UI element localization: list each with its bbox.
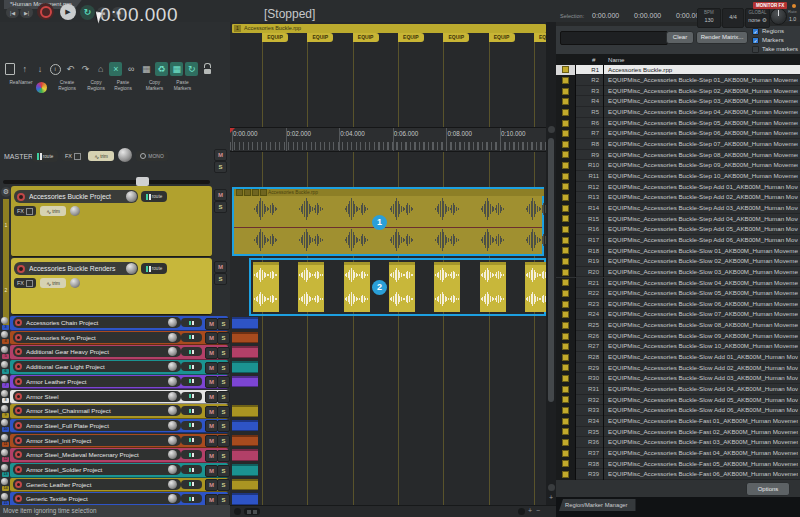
trim-envelope-button[interactable]: ∿trim	[40, 278, 66, 288]
region-row[interactable]: R1Accessories Buckle.rpp	[556, 65, 800, 76]
split-icon[interactable]: ×	[109, 62, 122, 76]
record-arm-button[interactable]	[15, 393, 22, 400]
track-name-pill[interactable]: Armor Steel_Init Project	[13, 435, 181, 446]
region-row[interactable]: R35EQUIPMisc_Accessories Buckle-Fast 02_…	[556, 427, 800, 438]
solo-button[interactable]: S	[217, 318, 230, 330]
region-bar[interactable]: 1Accessories Buckle.rpp	[232, 24, 546, 33]
track-row[interactable]: 6Additional Gear Light ProjectMS	[0, 360, 230, 375]
gear-icon[interactable]	[1, 449, 8, 456]
scrollbar-thumb[interactable]	[548, 138, 554, 402]
grid-icon[interactable]: ▦	[140, 62, 153, 76]
route-button[interactable]: route	[141, 191, 167, 202]
track-name-pill[interactable]: Armor Steel_Soldier Project	[13, 464, 181, 475]
gear-icon[interactable]	[1, 361, 8, 368]
region-row[interactable]: R7EQUIPMisc_Accessories Buckle-Step 06_A…	[556, 128, 800, 139]
zoom-out-button[interactable]: −	[536, 507, 540, 514]
solo-button[interactable]: S	[217, 332, 230, 344]
route-button[interactable]: route	[32, 150, 58, 162]
record-arm-button[interactable]	[17, 265, 25, 273]
transport-time-display[interactable]: 0:00.000	[100, 4, 178, 26]
region-color-swatch[interactable]	[562, 375, 569, 382]
region-color-swatch[interactable]	[562, 205, 569, 212]
arrange-view[interactable]: 1Accessories Buckle.rppEQUIPEQUIPEQUIPEQ…	[230, 22, 556, 517]
playrate-knob[interactable]	[770, 8, 787, 25]
fx-button[interactable]: FX	[14, 278, 36, 288]
region-color-swatch[interactable]	[562, 258, 569, 265]
column-name[interactable]: Name	[608, 56, 625, 63]
region-color-swatch[interactable]	[562, 311, 569, 318]
column-id[interactable]: #	[592, 56, 595, 63]
region-color-swatch[interactable]	[562, 269, 569, 276]
region-color-swatch[interactable]	[562, 407, 569, 414]
toolbar-label-reanamer[interactable]: ReaNamer	[5, 80, 37, 86]
loop-icon[interactable]: ↻	[185, 62, 198, 76]
region-row[interactable]: R34EQUIPMisc_Accessories Buckle-Fast 01_…	[556, 416, 800, 427]
record-arm-button[interactable]	[15, 466, 22, 473]
region-color-swatch[interactable]	[562, 279, 569, 286]
region-row[interactable]: R17EQUIPMisc_Accessories Buckle-Step Add…	[556, 235, 800, 246]
trim-envelope-button[interactable]: ∿trim	[40, 206, 66, 216]
track-row[interactable]: 13Armor Steel_Soldier ProjectMS	[0, 463, 230, 478]
region-color-swatch[interactable]	[562, 151, 569, 158]
checkbox-markers[interactable]: ✓	[752, 37, 759, 44]
record-arm-button[interactable]	[15, 422, 22, 429]
route-button[interactable]	[181, 333, 202, 342]
media-item[interactable]	[232, 435, 258, 447]
paste-markers-grid-icon[interactable]: ▦	[170, 62, 183, 76]
region-color-swatch[interactable]	[562, 450, 569, 457]
record-arm-button[interactable]	[15, 481, 22, 488]
copy-markers-grid-icon[interactable]: ♻	[155, 62, 168, 76]
render-matrix-button[interactable]: Render Matrix...	[696, 31, 748, 44]
media-item[interactable]	[232, 332, 258, 344]
track-row[interactable]: 14Generic Leather ProjectMS	[0, 477, 230, 492]
zoom-in-button[interactable]: +	[528, 507, 532, 514]
record-arm-button[interactable]	[15, 348, 22, 355]
gear-icon[interactable]	[1, 390, 8, 397]
gear-icon[interactable]	[1, 317, 8, 324]
region-row[interactable]: R32EQUIPMisc_Accessories Buckle-Slow Add…	[556, 395, 800, 406]
region-row[interactable]: R13EQUIPMisc_Accessories Buckle-Step Add…	[556, 192, 800, 203]
track-panel[interactable]: Accessories Buckle ProjectrouteFX∿trim	[11, 186, 212, 257]
pan-knob[interactable]	[118, 148, 132, 162]
region-color-swatch[interactable]	[562, 141, 569, 148]
marker-flag[interactable]: EQUIP	[353, 33, 379, 42]
zoom-dot-icon[interactable]	[518, 508, 525, 515]
track-row[interactable]: 4Accessories Keys ProjectMS	[0, 330, 230, 345]
region-color-swatch[interactable]	[562, 66, 569, 73]
gear-icon[interactable]	[1, 405, 8, 412]
region-row[interactable]: R9EQUIPMisc_Accessories Buckle-Step 08_A…	[556, 150, 800, 161]
track-row[interactable]: 5Additional Gear Heavy ProjectMS	[0, 345, 230, 360]
pan-knob[interactable]	[70, 206, 80, 216]
region-row[interactable]: R31EQUIPMisc_Accessories Buckle-Slow Add…	[556, 384, 800, 395]
media-item[interactable]	[232, 361, 258, 373]
record-arm-button[interactable]	[15, 334, 22, 341]
track-name-pill[interactable]: Accessories Chain Project	[13, 317, 181, 328]
region-color-swatch[interactable]	[562, 130, 569, 137]
solo-button[interactable]: S	[217, 450, 230, 462]
region-row[interactable]: R38EQUIPMisc_Accessories Buckle-Fast 05_…	[556, 459, 800, 470]
track-name-pill[interactable]: Additional Gear Light Project	[13, 361, 181, 372]
item-button[interactable]	[244, 189, 251, 196]
track-name-pill[interactable]: Armor Leather Project	[13, 376, 181, 387]
region-row[interactable]: R26EQUIPMisc_Accessories Buckle-Slow 09_…	[556, 331, 800, 342]
solo-button[interactable]: S	[217, 362, 230, 374]
global-automation-box[interactable]: GLOBAL none ⚙	[745, 8, 770, 28]
region-row[interactable]: R6EQUIPMisc_Accessories Buckle-Step 05_A…	[556, 118, 800, 129]
pan-knob[interactable]	[168, 318, 177, 327]
route-button[interactable]	[181, 494, 202, 503]
region-color-swatch[interactable]	[562, 471, 569, 478]
track-name-pill[interactable]: Accessories Buckle Project	[14, 190, 138, 203]
pan-knob[interactable]	[168, 392, 177, 401]
track-row[interactable]: 9Armor Steel_Chainmail ProjectMS	[0, 404, 230, 419]
region-row[interactable]: R15EQUIPMisc_Accessories Buckle-Step Add…	[556, 214, 800, 225]
pan-knob[interactable]	[70, 278, 80, 288]
region-color-swatch[interactable]	[562, 333, 569, 340]
region-row[interactable]: R28EQUIPMisc_Accessories Buckle-Slow Add…	[556, 352, 800, 363]
region-row[interactable]: R10EQUIPMisc_Accessories Buckle-Step 09_…	[556, 160, 800, 171]
region-row[interactable]: R14EQUIPMisc_Accessories Buckle-Step Add…	[556, 203, 800, 214]
record-arm-button[interactable]	[15, 378, 22, 385]
track-name-pill[interactable]: Armor Steel_Full Plate Project	[13, 420, 181, 431]
mute-button[interactable]: M	[214, 189, 227, 201]
track-name-pill[interactable]: Accessories Keys Project	[13, 332, 181, 343]
gear-icon[interactable]	[1, 478, 8, 485]
